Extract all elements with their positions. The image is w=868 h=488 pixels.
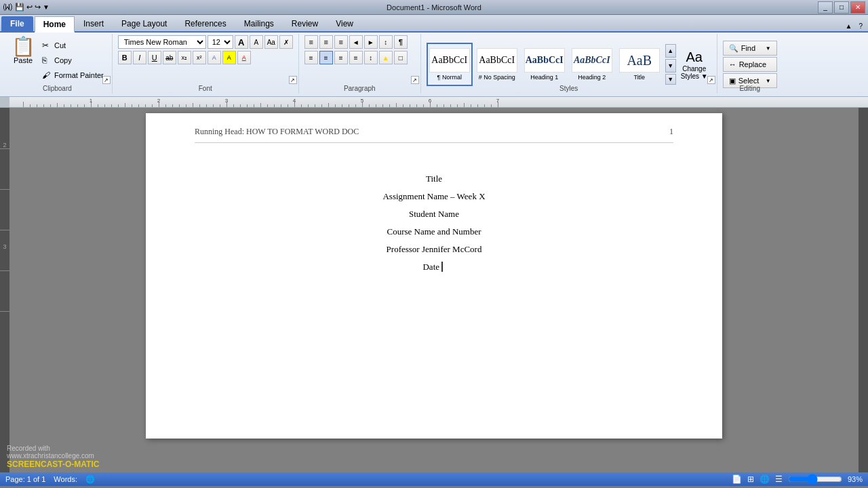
word-icon: 🄦 (3, 2, 12, 13)
styles-expand-button[interactable]: ↗ (707, 76, 715, 84)
increase-indent-button[interactable]: ► (364, 35, 378, 49)
customize-icon[interactable]: ▼ (43, 3, 50, 11)
font-expand-button[interactable]: ↗ (289, 76, 297, 84)
numbering-button[interactable]: ≡ (319, 35, 333, 49)
text-effects-button[interactable]: A (208, 51, 221, 64)
style-heading2[interactable]: AaBbCcI Heading 2 (569, 43, 615, 86)
redo-icon[interactable]: ↪ (35, 3, 41, 12)
font-size-select[interactable]: 12 (208, 35, 233, 49)
line-spacing-button[interactable]: ↕ (364, 51, 378, 64)
sort-button[interactable]: ↕ (379, 35, 393, 49)
close-button[interactable]: ✕ (850, 1, 865, 14)
paste-button[interactable]: 📋 Paste (8, 35, 38, 66)
font-color-button[interactable]: A (237, 51, 251, 64)
paragraph-row1: ≡ ≡ ≡ ◄ ► ↕ ¶ (304, 35, 408, 49)
style-title[interactable]: AaB Title (616, 43, 663, 86)
tab-references[interactable]: References (176, 16, 235, 31)
font-group: Times New Roman 12 A A Aa ✗ B I U ab x₂ (113, 34, 299, 94)
tab-page-layout[interactable]: Page Layout (113, 16, 176, 31)
find-dropdown-icon: ▼ (766, 45, 771, 52)
change-case-button[interactable]: Aa (264, 35, 278, 49)
bold-button[interactable]: B (118, 51, 132, 64)
show-hide-button[interactable]: ¶ (394, 35, 408, 49)
find-button[interactable]: 🔍 Find ▼ (723, 41, 777, 56)
strikethrough-button[interactable]: ab (163, 51, 176, 64)
style-normal[interactable]: AaBbCcI ¶ Normal (427, 43, 473, 86)
align-left-button[interactable]: ≡ (304, 51, 318, 64)
bullets-button[interactable]: ≡ (304, 35, 318, 49)
clipboard-group: 📋 Paste ✂ Cut ⎘ Copy 🖌 Format Painter Cl… (3, 34, 113, 94)
replace-label: Replace (739, 60, 766, 68)
copy-button[interactable]: ⎘ Copy (39, 53, 106, 68)
ribbon-collapse-icon[interactable]: ▲ (842, 21, 856, 31)
ribbon: 📋 Paste ✂ Cut ⎘ Copy 🖌 Format Painter Cl… (0, 33, 868, 97)
styles-more[interactable]: ▼ (665, 74, 676, 85)
cut-button[interactable]: ✂ Cut (39, 38, 106, 53)
styles-scroll-controls: ▲ ▼ ▼ (665, 44, 676, 85)
style-title-label: Title (633, 74, 645, 81)
page-status: Page: 1 of 1 (5, 475, 45, 483)
tab-home[interactable]: Home (35, 16, 75, 33)
style-no-spacing[interactable]: AaBbCcI # No Spacing (474, 43, 520, 86)
paragraph-expand-button[interactable]: ↗ (411, 76, 419, 84)
ruler-container: 1234567 (0, 97, 868, 108)
view-print-icon[interactable]: 📄 (732, 474, 742, 484)
shading-button[interactable]: ▲ (379, 51, 393, 64)
decrease-indent-button[interactable]: ◄ (349, 35, 363, 49)
zoom-slider[interactable] (788, 475, 842, 483)
font-shrink-button[interactable]: A (250, 35, 263, 49)
document-scroll[interactable]: Running Head: HOW TO FORMAT WORD DOC 1 T… (9, 108, 859, 472)
view-outline-icon[interactable]: ☰ (775, 474, 783, 484)
replace-button[interactable]: ↔ Replace (723, 57, 777, 72)
justify-button[interactable]: ≡ (349, 51, 363, 64)
copy-label: Copy (54, 56, 72, 64)
ruler-left (0, 97, 9, 107)
styles-scroll-up[interactable]: ▲ (665, 44, 676, 58)
find-label: Find (741, 44, 755, 52)
view-fullscreen-icon[interactable]: ⊞ (747, 474, 754, 484)
style-no-spacing-label: # No Spacing (479, 74, 515, 81)
clipboard-expand-button[interactable]: ↗ (102, 76, 111, 84)
borders-button[interactable]: □ (394, 51, 408, 64)
subscript-button[interactable]: x₂ (178, 51, 191, 64)
undo-icon[interactable]: ↩ (26, 3, 33, 12)
multilevel-button[interactable]: ≡ (334, 35, 348, 49)
tab-bar: File Home Insert Page Layout References … (0, 15, 868, 33)
tab-mailings[interactable]: Mailings (235, 16, 283, 31)
tab-insert[interactable]: Insert (75, 16, 113, 31)
text-highlight-button[interactable]: A (222, 51, 236, 64)
content-title: Title (195, 170, 673, 188)
format-painter-button[interactable]: 🖌 Format Painter (39, 68, 106, 83)
style-heading1[interactable]: AaBbCcI Heading 1 (521, 43, 568, 86)
change-styles-label: ChangeStyles ▼ (681, 65, 708, 80)
clear-format-button[interactable]: ✗ (279, 35, 293, 49)
underline-button[interactable]: U (148, 51, 161, 64)
align-center-button[interactable]: ≡ (319, 51, 333, 64)
font-row2: B I U ab x₂ x² A A A (118, 51, 293, 64)
window-title: Document1 - Microsoft Word (387, 3, 481, 12)
save-icon[interactable]: 💾 (15, 3, 24, 12)
replace-icon: ↔ (729, 60, 736, 68)
status-right: 📄 ⊞ 🌐 ☰ 93% (732, 474, 863, 484)
maximize-button[interactable]: □ (834, 1, 849, 14)
font-family-select[interactable]: Times New Roman (118, 35, 206, 49)
editing-label: Editing (717, 85, 783, 92)
minimize-button[interactable]: _ (818, 1, 833, 14)
align-right-button[interactable]: ≡ (334, 51, 348, 64)
format-painter-icon: 🖌 (42, 70, 52, 80)
italic-button[interactable]: I (133, 51, 146, 64)
page-content[interactable]: Title Assignment Name – Week X Student N… (195, 170, 673, 276)
font-grow-button[interactable]: A (235, 35, 248, 49)
paragraph-label: Paragraph (299, 85, 420, 92)
help-icon[interactable]: ? (856, 21, 865, 31)
change-styles-button[interactable]: Aa ChangeStyles ▼ (677, 44, 711, 85)
view-web-icon[interactable]: 🌐 (760, 474, 770, 484)
content-student: Student Name (195, 205, 673, 223)
styles-scroll-down[interactable]: ▼ (665, 59, 676, 73)
tab-review[interactable]: Review (283, 16, 327, 31)
window-controls[interactable]: _ □ ✕ (818, 1, 865, 14)
tab-file[interactable]: File (1, 16, 33, 31)
tab-view[interactable]: View (327, 16, 362, 31)
superscript-button[interactable]: x² (193, 51, 206, 64)
quick-access-toolbar: 💾 ↩ ↪ ▼ (15, 3, 50, 12)
